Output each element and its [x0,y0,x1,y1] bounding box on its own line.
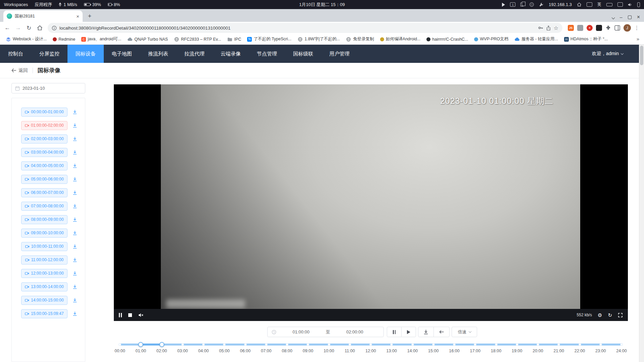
recording-segment-button[interactable]: 02:00:00-03:00:00 [21,134,67,144]
nav-tab-8[interactable]: 节点管理 [249,45,285,63]
volume-tray-icon[interactable] [628,3,632,7]
timeline-hour-dot[interactable] [516,343,518,346]
bookmark-item[interactable]: Webstack - 设计... [3,35,49,43]
bookmarks-overflow-icon[interactable]: » [635,36,641,42]
nav-tab-1[interactable]: 控制台 [0,45,31,63]
timeline-handle-start[interactable] [138,342,143,347]
recording-segment-button[interactable]: 13:00:00-14:00:00 [21,282,67,291]
bookmark-item[interactable]: IPC [225,36,244,43]
download-icon[interactable] [73,123,77,128]
extensions-puzzle-icon[interactable] [605,25,611,31]
extension-red-icon[interactable]: × [587,25,593,31]
download-icon[interactable] [73,257,77,262]
timeline-hour-dot[interactable] [328,343,330,346]
recording-segment-button[interactable]: 09:00:00-10:00:00 [21,229,67,238]
window-close-button[interactable]: × [637,14,640,20]
timeline-hour-dot[interactable] [349,343,351,346]
recording-segment-button[interactable]: 06:00:00-07:00:00 [21,188,67,197]
timeline-hour-dot[interactable] [411,343,414,346]
applications-button[interactable]: 应用程序 [35,2,52,8]
recording-segment-button[interactable]: 15:00:00-15:09:47 [21,309,67,318]
download-icon[interactable] [73,163,77,168]
home-tray-icon[interactable] [577,2,582,7]
bookmark-star-icon[interactable]: ☆ [554,25,558,31]
clock[interactable]: 1月10日 星期二 15：09 [299,2,345,8]
status-circle-icon[interactable] [530,2,534,7]
video-player[interactable]: 2023-01-10 01:00:00 星期二 552 kb/s ⚙ ↻ [114,84,628,321]
notification-badge-icon[interactable]: 1 [510,2,515,7]
timeline-hour-dot[interactable] [579,343,581,346]
nav-tab-10[interactable]: 用户管理 [321,45,358,63]
download-icon[interactable] [73,244,77,249]
ip-address[interactable]: 192.168.1.3 [549,2,572,7]
recording-segment-button[interactable]: 14:00:00-15:00:00 [21,296,67,305]
nav-tab-9[interactable]: 国标级联 [285,45,321,63]
bookmark-item[interactable]: 1.8W字|了不起的... [295,35,342,43]
keyboard-icon[interactable] [606,3,612,6]
end-time-value[interactable]: 02:00:00 [330,329,379,334]
timeline-hour-dot[interactable] [537,343,539,346]
timeline-handle-end[interactable] [159,342,164,347]
recording-segment-button[interactable]: 12:00:00-13:00:00 [21,269,67,278]
recording-segment-button[interactable]: 01:00:00-02:00:00 [21,121,67,130]
media-play-tray-icon[interactable] [502,3,505,7]
recording-segment-button[interactable]: 10:00:00-11:00:00 [21,242,67,251]
bookmark-item[interactable]: HHDAtmos :: 种子 °... [562,35,610,43]
password-key-icon[interactable] [538,25,543,31]
bookmark-item[interactable]: 服务器 - 轻量应用... [512,35,560,43]
nav-tab-6[interactable]: 拉流代理 [176,45,213,63]
recording-segment-button[interactable]: 08:00:00-09:00:00 [21,215,67,224]
network-speed-indicator[interactable]: 1 MB/s [59,2,77,7]
pause-button[interactable] [387,327,402,337]
timeline-hour-dot[interactable] [244,343,247,346]
bookmark-item[interactable]: Redmine [50,36,78,43]
bookmark-item[interactable]: hairrrrr/C-CrashC... [424,36,470,43]
timeline-hour-dot[interactable] [453,343,456,346]
timeline-hour-dot[interactable] [202,343,205,346]
browser-menu-icon[interactable]: ⋮ [634,25,639,31]
screen-share-icon[interactable] [587,2,592,7]
download-icon[interactable] [73,190,77,195]
clipboard-tray-icon[interactable] [520,3,523,6]
display-icon[interactable] [617,2,623,7]
nav-tab-3[interactable]: 国标设备 [67,45,104,63]
page-scrollbar[interactable] [639,45,644,362]
player-pause-icon[interactable] [119,313,122,317]
share-icon[interactable] [546,26,551,31]
timeline-hour-dot[interactable] [474,343,476,346]
timeline-hour-dot[interactable] [369,343,372,346]
extension-dark-icon[interactable] [596,25,602,31]
window-minimize-button[interactable]: – [620,15,623,19]
back-button[interactable]: ← [3,23,12,33]
bookmark-item[interactable]: QNAP Turbo NAS [125,36,170,43]
recording-segment-button[interactable]: 05:00:00-06:00:00 [21,175,67,184]
download-icon[interactable] [73,284,77,289]
bookmark-item[interactable]: RFC2833 – RTP Ev... [172,36,224,43]
download-icon[interactable] [73,204,77,208]
tab-search-chevron-icon[interactable] [612,15,614,19]
timeline-hour-dot[interactable] [119,343,121,346]
timeline-hour-dot[interactable] [223,343,226,346]
player-stop-icon[interactable] [128,313,132,317]
user-menu[interactable]: 欢迎，admin [592,51,623,57]
date-picker-input[interactable]: 2023-01-10 [11,83,85,93]
download-icon[interactable] [73,298,77,303]
play-button[interactable] [401,327,416,337]
forward-button[interactable]: → [13,23,23,33]
player-settings-icon[interactable]: ⚙ [598,313,602,318]
nav-tab-2[interactable]: 分屏监控 [31,45,67,63]
timeline-hour-dot[interactable] [265,343,268,346]
timeline-hour-dot[interactable] [432,343,435,346]
extension-js-icon[interactable]: JS [568,25,574,31]
player-refresh-icon[interactable]: ↻ [608,313,612,318]
download-icon[interactable] [73,311,77,316]
recording-segment-button[interactable]: 07:00:00-08:00:00 [21,202,67,211]
timeline-hour-dot[interactable] [557,343,560,346]
time-range-input[interactable]: 01:00:00 至 02:00:00 [267,327,384,337]
recording-segment-button[interactable]: 11:00:00-12:00:00 [21,255,67,265]
bookmark-item[interactable]: WVP-PRO文档 [472,35,511,43]
bookmark-item[interactable]: 知了不起的 TypeScri... [245,35,294,43]
download-icon[interactable] [73,150,77,155]
download-icon[interactable] [73,217,77,222]
nav-tab-7[interactable]: 云端录像 [213,45,249,63]
